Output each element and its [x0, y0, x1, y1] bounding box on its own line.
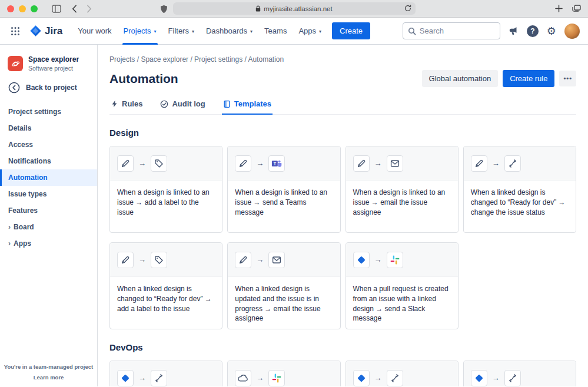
sidebar-item-issue-types[interactable]: Issue types	[0, 186, 97, 202]
privacy-shield-icon[interactable]	[160, 5, 168, 16]
trigger-badge	[117, 370, 134, 386]
sidebar-item-apps[interactable]: ›Apps	[0, 235, 97, 252]
project-settings-nav: Project settingsDetailsAccessNotificatio…	[0, 104, 97, 252]
jira-icon	[356, 373, 367, 383]
primary-nav: Your workProjects▾Filters▾Dashboards▾Tea…	[72, 18, 327, 45]
tab-overview-icon[interactable]	[572, 5, 581, 12]
nav-projects[interactable]: Projects▾	[118, 18, 162, 45]
nav-filters[interactable]: Filters▾	[162, 18, 200, 45]
settings-gear-icon[interactable]: ⚙	[547, 26, 556, 36]
nav-dashboards[interactable]: Dashboards▾	[200, 18, 258, 45]
create-rule-button[interactable]: Create rule	[503, 70, 554, 87]
status-icon	[508, 159, 517, 168]
breadcrumb-segment-automation[interactable]: Automation	[248, 55, 284, 64]
tab-label: Rules	[122, 99, 142, 108]
label-icon	[154, 159, 164, 168]
card-header: →	[228, 243, 340, 277]
url-bar[interactable]: myjirasite.atlassian.net	[173, 2, 416, 15]
project-avatar-icon	[8, 56, 23, 71]
automation-template-card[interactable]: →When a linked design is changed to “Rea…	[463, 146, 576, 233]
tab-rules[interactable]: Rules	[109, 97, 144, 114]
action-badge	[268, 370, 285, 386]
project-type: Software project	[28, 65, 79, 72]
new-tab-icon[interactable]	[555, 5, 563, 12]
arrow-right-icon: →	[374, 255, 382, 264]
design-icon	[238, 255, 248, 265]
automation-template-card[interactable]: →TWhen a design is linked to an issue → …	[227, 146, 340, 233]
sidebar-item-access[interactable]: Access	[0, 136, 97, 153]
browser-back-icon[interactable]	[72, 5, 77, 13]
chevron-down-icon: ▾	[250, 29, 253, 34]
audit-icon	[160, 100, 168, 108]
breadcrumb-segment-space-explorer[interactable]: Space explorer	[141, 55, 188, 64]
sidebar-item-board[interactable]: ›Board	[0, 219, 97, 235]
card-header: →	[110, 243, 222, 277]
arrow-right-icon: →	[492, 159, 500, 168]
sidebar-toggle-icon[interactable]	[52, 5, 61, 13]
automation-template-card[interactable]: →When a linked design is updated and the…	[227, 242, 340, 329]
back-to-project[interactable]: Back to project	[0, 79, 97, 104]
more-actions-button[interactable]: •••	[559, 71, 576, 86]
tab-audit-log[interactable]: Audit log	[159, 97, 206, 114]
jira-logo[interactable]: Jira	[29, 25, 62, 37]
chevron-right-icon: ›	[8, 223, 11, 231]
create-button[interactable]: Create	[332, 22, 370, 39]
automation-template-card[interactable]: →When a design is linked to an issue → e…	[346, 146, 459, 233]
sidebar-item-automation[interactable]: Automation	[0, 169, 97, 186]
app-switcher-icon[interactable]	[8, 24, 22, 38]
status-icon	[508, 373, 517, 383]
action-badge	[504, 370, 521, 386]
card-header: →	[464, 361, 576, 386]
help-icon[interactable]: ?	[527, 25, 539, 37]
card-header: →	[346, 361, 458, 386]
automation-template-card[interactable]: →	[346, 361, 459, 386]
breadcrumb-separator: /	[188, 55, 194, 64]
breadcrumb-segment-projects[interactable]: Projects	[109, 55, 135, 64]
announcements-icon[interactable]	[509, 26, 519, 35]
back-to-project-label: Back to project	[26, 84, 77, 92]
nav-your-work[interactable]: Your work	[72, 18, 117, 45]
nav-teams[interactable]: Teams	[258, 18, 293, 45]
sidebar-item-features[interactable]: Features	[0, 202, 97, 219]
global-automation-button[interactable]: Global automation	[422, 70, 499, 87]
sidebar-item-label: Board	[14, 223, 34, 231]
action-badge	[151, 370, 167, 386]
sidebar-item-details[interactable]: Details	[0, 120, 97, 136]
design-icon	[474, 159, 484, 168]
project-header[interactable]: Space explorer Software project	[0, 54, 97, 79]
section-title-devops: DevOps	[109, 342, 576, 352]
close-window-button[interactable]	[7, 5, 14, 12]
automation-template-card[interactable]: →	[227, 361, 340, 386]
svg-text:T: T	[274, 161, 277, 166]
action-badge	[387, 252, 403, 268]
template-sections: Design→When a design is linked to an iss…	[109, 128, 576, 386]
avatar[interactable]	[564, 24, 580, 39]
nav-label: Filters	[168, 26, 189, 35]
nav-apps[interactable]: Apps▾	[293, 18, 327, 45]
automation-template-card[interactable]: →When a linked design is changed to “Rea…	[109, 242, 222, 329]
card-header: →	[346, 243, 458, 277]
automation-template-card[interactable]: →	[463, 361, 576, 386]
automation-template-card[interactable]: →When a pull request is created from an …	[346, 242, 459, 329]
global-search[interactable]	[403, 22, 500, 39]
browser-forward-icon[interactable]	[87, 5, 92, 13]
action-badge	[504, 155, 521, 172]
teams-icon: T	[271, 158, 282, 169]
zoom-window-button[interactable]	[31, 5, 38, 12]
search-input[interactable]	[420, 26, 495, 35]
page-title: Automation	[109, 72, 178, 86]
arrow-right-icon: →	[256, 159, 264, 168]
card-header: →	[110, 146, 222, 181]
breadcrumb-segment-project-settings[interactable]: Project settings	[194, 55, 242, 64]
sidebar-item-project-settings[interactable]: Project settings	[0, 104, 97, 120]
reload-icon[interactable]	[404, 5, 411, 13]
learn-more-link[interactable]: Learn more	[0, 374, 97, 381]
main-content: Projects / Space explorer / Project sett…	[98, 45, 588, 386]
automation-template-card[interactable]: →	[109, 361, 222, 386]
minimize-window-button[interactable]	[19, 5, 26, 12]
card-description: When a linked design is changed to “Read…	[464, 181, 576, 217]
arrow-right-icon: →	[374, 159, 382, 168]
tab-templates[interactable]: Templates	[222, 97, 273, 114]
automation-template-card[interactable]: →When a design is linked to an issue → a…	[109, 146, 222, 233]
sidebar-item-notifications[interactable]: Notifications	[0, 153, 97, 169]
